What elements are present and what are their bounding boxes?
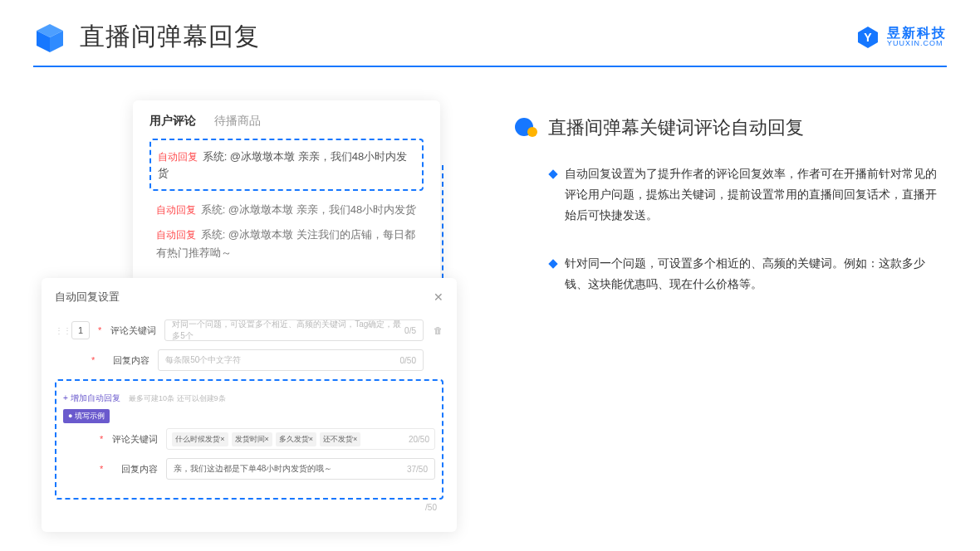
example-block: + 增加自动回复 最多可建10条 还可以创建9条 ● 填写示例 * 评论关键词 … [55, 379, 443, 500]
ex-keyword-counter: 20/50 [409, 435, 429, 444]
required-star: * [98, 325, 101, 335]
keyword-counter: 0/5 [404, 326, 416, 335]
diamond-icon [548, 169, 557, 178]
description-panel: 直播间弹幕关键词评论自动回复 自动回复设置为了提升作者的评论回复效率，作者可在开… [515, 100, 947, 507]
svg-text:Y: Y [864, 31, 872, 44]
bullet-text: 针对同一个问题，可设置多个相近的、高频的关键词。例如：这款多少钱、这块能优惠吗、… [565, 253, 947, 295]
example-keyword-row: * 评论关键词 什么时候发货× 发货时间× 多久发货× 还不发货× 20/50 [63, 428, 435, 450]
diamond-icon [548, 259, 557, 268]
keyword-row: ⋮⋮ 1 * 评论关键词 对同一个问题，可设置多个相近、高频的关键词，Tag确定… [55, 319, 443, 341]
brand-name-cn: 昱新科技 [887, 26, 947, 41]
page-title: 直播间弹幕回复 [80, 20, 260, 54]
index-box: 1 [71, 321, 90, 339]
section-title: 直播间弹幕关键词评论自动回复 [548, 115, 804, 140]
mock-screenshot-area: 用户评论 待播商品 自动回复 系统: @冰墩墩本墩 亲亲，我们48小时内发货 自… [42, 100, 465, 507]
bullet-item: 自动回复设置为了提升作者的评论回复效率，作者可在开播前针对常见的评论用户问题，提… [515, 163, 947, 227]
brand-name-en: YUUXIN.COM [887, 40, 947, 48]
add-autoreply-link[interactable]: + 增加自动回复 [63, 393, 120, 402]
delete-icon[interactable]: 🗑 [432, 325, 443, 335]
ex-reply-text: 亲，我们这边都是下单48小时内发货的哦～ [174, 463, 332, 475]
brand-mark-icon: Y [855, 25, 880, 50]
bullet-item: 针对同一个问题，可设置多个相近的、高频的关键词。例如：这款多少钱、这块能优惠吗、… [515, 253, 947, 295]
tab-user-comments[interactable]: 用户评论 [149, 114, 196, 129]
reply-placeholder: 每条限50个中文字符 [165, 354, 241, 366]
example-reply-input[interactable]: 亲，我们这边都是下单48小时内发货的哦～ 37/50 [166, 458, 435, 480]
lower-counter: /50 [55, 500, 443, 512]
reply-row: * 回复内容 每条限50个中文字符 0/50 [55, 349, 443, 371]
chip[interactable]: 发货时间× [232, 432, 272, 446]
svg-point-5 [527, 127, 537, 137]
comment-line: 自动回复 系统: @冰墩墩本墩 亲亲，我们48小时内发货 [149, 197, 424, 222]
auto-reply-badge: 自动回复 [156, 229, 196, 241]
chip[interactable]: 什么时候发货× [172, 432, 228, 446]
ex-keyword-label: 评论关键词 [111, 433, 158, 446]
chip[interactable]: 多久发货× [276, 432, 316, 446]
settings-card: 自动回复设置 ✕ ⋮⋮ 1 * 评论关键词 对同一个问题，可设置多个相近、高频的… [42, 278, 457, 532]
keyword-input[interactable]: 对同一个问题，可设置多个相近、高频的关键词，Tag确定，最多5个 0/5 [164, 319, 424, 341]
auto-reply-badge: 自动回复 [156, 204, 196, 216]
reply-counter: 0/50 [400, 356, 416, 365]
comments-tabs: 用户评论 待播商品 [149, 114, 424, 129]
close-icon[interactable]: ✕ [434, 290, 443, 304]
required-star: * [100, 464, 103, 474]
comment-text: 系统: @冰墩墩本墩 亲亲，我们48小时内发货 [201, 203, 417, 216]
keyword-label: 评论关键词 [110, 324, 156, 337]
reply-input[interactable]: 每条限50个中文字符 0/50 [158, 349, 424, 371]
auto-reply-badge: 自动回复 [158, 151, 198, 163]
add-hint: 最多可建10条 还可以创建9条 [129, 394, 226, 402]
comment-line: 自动回复 系统: @冰墩墩本墩 关注我们的店铺，每日都有热门推荐呦～ [149, 222, 424, 266]
comments-card: 用户评论 待播商品 自动回复 系统: @冰墩墩本墩 亲亲，我们48小时内发货 自… [133, 100, 440, 284]
tab-pending-goods[interactable]: 待播商品 [214, 114, 261, 129]
chat-bubble-icon [515, 118, 538, 138]
keyword-placeholder: 对同一个问题，可设置多个相近、高频的关键词，Tag确定，最多5个 [172, 319, 404, 342]
brand-logo: Y 昱新科技 YUUXIN.COM [855, 25, 947, 50]
required-star: * [100, 434, 103, 444]
chip[interactable]: 还不发货× [320, 432, 360, 446]
example-keyword-input[interactable]: 什么时候发货× 发货时间× 多久发货× 还不发货× 20/50 [166, 428, 435, 450]
highlighted-comment: 自动回复 系统: @冰墩墩本墩 亲亲，我们48小时内发货 [149, 139, 424, 191]
title-block: 直播间弹幕回复 [33, 20, 260, 54]
bullet-text: 自动回复设置为了提升作者的评论回复效率，作者可在开播前针对常见的评论用户问题，提… [565, 163, 947, 227]
example-reply-row: * 回复内容 亲，我们这边都是下单48小时内发货的哦～ 37/50 [63, 458, 435, 480]
reply-label: 回复内容 [103, 354, 149, 367]
cube-icon [33, 21, 66, 54]
ex-reply-label: 回复内容 [111, 463, 158, 475]
example-tag: ● 填写示例 [63, 409, 110, 423]
settings-title: 自动回复设置 [55, 290, 120, 305]
ex-reply-counter: 37/50 [407, 465, 428, 474]
page-header: 直播间弹幕回复 Y 昱新科技 YUUXIN.COM [0, 0, 980, 54]
required-star: * [91, 355, 95, 365]
drag-handle-icon[interactable]: ⋮⋮ [55, 326, 63, 335]
